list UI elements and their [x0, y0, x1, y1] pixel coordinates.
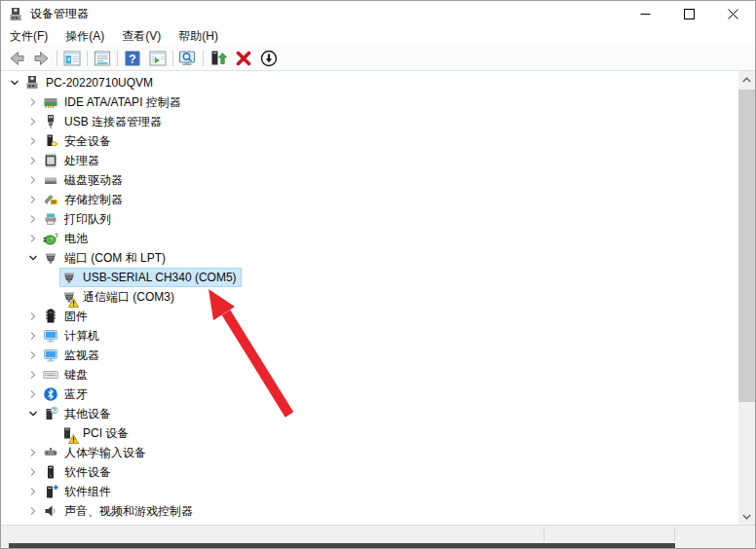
console-tree-icon [62, 49, 82, 68]
tree-item-content[interactable]: 声音、视频和游戏控制器 [41, 501, 198, 522]
tree-item-content[interactable]: USB 连接器管理器 [41, 112, 167, 132]
tree-item-content[interactable]: 磁盘驱动器 [41, 170, 128, 191]
back-button[interactable] [4, 47, 29, 69]
expander-expanded-icon[interactable] [24, 250, 41, 266]
expander-collapsed-icon[interactable] [24, 231, 41, 246]
chevron-down-icon [742, 514, 751, 520]
show-console-tree-button[interactable] [59, 47, 85, 69]
serial-port-icon [61, 270, 77, 285]
tree-item-label: PC-20220710UQVM [45, 76, 154, 90]
toolbar-separator [87, 51, 88, 66]
expander-collapsed-icon[interactable] [24, 348, 41, 363]
expander-expanded-icon[interactable] [24, 406, 41, 421]
tree-item-content[interactable]: 固件 [41, 307, 93, 327]
expander-collapsed-icon[interactable] [24, 367, 41, 383]
tree-item-content[interactable]: 蓝牙 [41, 384, 93, 405]
tree-item-content[interactable]: 安全设备 [41, 131, 116, 152]
software-component-icon [43, 484, 58, 499]
tree-item-content[interactable]: 键盘 [41, 365, 93, 385]
expander-collapsed-icon[interactable] [24, 133, 41, 149]
tree-item: USB 连接器管理器 [1, 112, 755, 131]
uninstall-device-button[interactable] [231, 47, 256, 69]
storage-controller-icon [43, 192, 58, 207]
usb-connector-icon [43, 114, 58, 129]
expander-expanded-icon[interactable] [6, 75, 22, 91]
scroll-up-button[interactable] [738, 71, 755, 88]
tree-item: 安全设备 [1, 131, 755, 151]
expander-collapsed-icon[interactable] [24, 153, 41, 168]
toolbar-separator [117, 51, 118, 66]
menu-file[interactable]: 文件(F) [1, 27, 57, 46]
tree-item-content[interactable]: ?其他设备 [41, 404, 116, 424]
vertical-scrollbar[interactable] [738, 71, 755, 525]
tree-item: 监视器 [1, 346, 755, 365]
expander-collapsed-icon[interactable] [24, 192, 41, 207]
expander-collapsed-icon[interactable] [24, 386, 41, 402]
expander-collapsed-icon[interactable] [24, 211, 41, 227]
update-driver-button[interactable] [206, 47, 231, 69]
other-device-icon: ? [43, 406, 58, 421]
serial-port-icon [43, 250, 58, 266]
tree-item-label: 电池 [63, 231, 89, 247]
expander-collapsed-icon[interactable] [24, 464, 41, 480]
expander-collapsed-icon[interactable] [24, 445, 41, 460]
tree-item-content[interactable]: 处理器 [41, 151, 104, 171]
tree-item: 存储控制器 [1, 190, 755, 209]
tree-item-content[interactable]: 监视器 [41, 346, 104, 366]
tree-item-content[interactable]: PC-20220710UQVM [22, 73, 158, 92]
tree-item: 固件 [1, 307, 755, 326]
expander-collapsed-icon[interactable] [24, 94, 41, 110]
uninstall-icon [234, 49, 253, 68]
tree-item: 通信端口 (COM3) [1, 287, 755, 307]
svg-text:?: ? [53, 407, 57, 414]
tree-item-content[interactable]: 端口 (COM 和 LPT) [41, 248, 170, 269]
tree-item-content[interactable]: 通信端口 (COM3) [59, 287, 179, 308]
minimize-button[interactable] [624, 1, 667, 27]
tree-item: PC-20220710UQVM [1, 73, 755, 92]
tree-item-label: 其他设备 [63, 406, 112, 422]
hid-icon [43, 445, 58, 460]
expander-spacer [43, 270, 59, 285]
tree-item-content[interactable]: 软件组件 [41, 482, 116, 502]
disable-device-button[interactable] [256, 47, 282, 69]
disable-icon [259, 49, 279, 68]
tree-item-content[interactable]: 打印队列 [41, 209, 116, 230]
tree-item-content[interactable]: 电池 [41, 229, 93, 249]
tree-item: 计算机 [1, 326, 755, 346]
scan-hardware-button[interactable] [175, 47, 201, 69]
tree-item-content[interactable]: IDE ATA/ATAPI 控制器 [41, 92, 186, 113]
properties-button[interactable] [90, 47, 115, 69]
expander-collapsed-icon[interactable] [24, 328, 41, 344]
action-pane-button[interactable] [145, 47, 170, 69]
menu-view[interactable]: 查看(V) [113, 27, 170, 46]
expander-collapsed-icon[interactable] [24, 484, 41, 499]
device-manager-icon [8, 7, 23, 22]
menu-bar: 文件(F)操作(A)查看(V)帮助(H) [1, 27, 755, 46]
help-button[interactable]: ? [120, 47, 145, 69]
scroll-down-button[interactable] [738, 508, 755, 525]
tree-item-content[interactable]: 存储控制器 [41, 190, 128, 210]
maximize-button[interactable] [667, 1, 711, 27]
tree-item-label: 处理器 [63, 153, 100, 169]
expander-collapsed-icon[interactable] [24, 503, 41, 519]
menu-help[interactable]: 帮助(H) [170, 27, 227, 46]
toolbar-separator [172, 51, 173, 66]
expander-collapsed-icon[interactable] [24, 114, 41, 129]
tree-item-content[interactable]: 人体学输入设备 [41, 443, 151, 463]
close-button[interactable] [711, 1, 755, 27]
tree-item-label: 打印队列 [63, 211, 112, 228]
sound-controller-icon [43, 503, 58, 519]
forward-button[interactable] [29, 47, 55, 69]
menu-action[interactable]: 操作(A) [57, 27, 113, 46]
tree-item-content[interactable]: 计算机 [41, 326, 104, 347]
scrollbar-thumb[interactable] [738, 90, 755, 402]
tree-item-label: 安全设备 [63, 133, 112, 150]
tree-item-label: 声音、视频和游戏控制器 [63, 503, 194, 520]
expander-collapsed-icon[interactable] [24, 172, 41, 188]
tree-item-content[interactable]: PCI 设备 [59, 423, 133, 444]
tree-item: IDE ATA/ATAPI 控制器 [1, 92, 755, 112]
tree-item-content[interactable]: 软件设备 [41, 462, 116, 483]
tree-item-label: 通信端口 (COM3) [82, 289, 175, 306]
tree-item-selected-content[interactable]: USB-SERIAL CH340 (COM5) [59, 268, 242, 287]
expander-collapsed-icon[interactable] [24, 309, 41, 324]
